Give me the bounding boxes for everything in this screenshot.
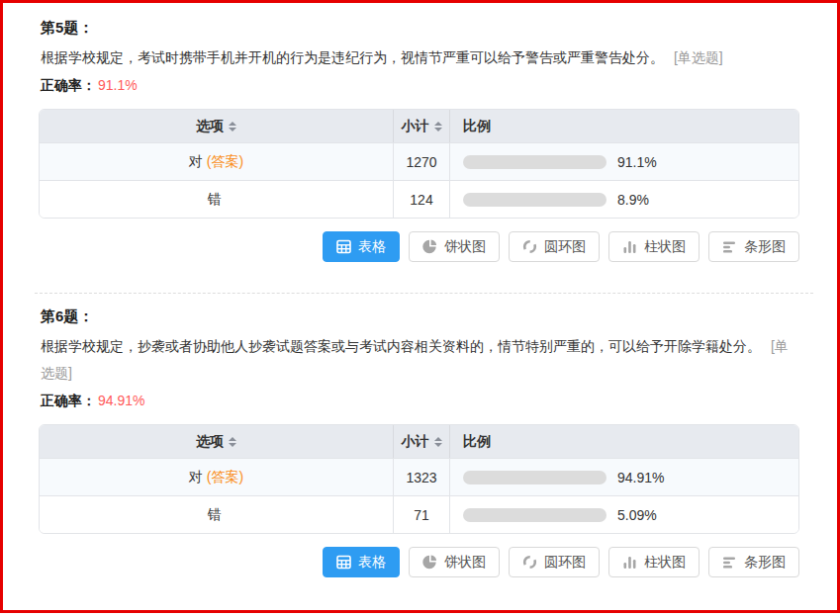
correct-rate-label: 正确率： <box>41 393 96 408</box>
sort-icon[interactable] <box>434 437 442 447</box>
column-header-count[interactable]: 小计 <box>393 110 449 142</box>
ring-chart-button[interactable]: 圆环图 <box>509 547 600 577</box>
column-header-ratio: 比例 <box>449 110 798 142</box>
content-area: 第5题： 根据学校规定，考试时携带手机并开机的行为是违纪行为，视情节严重可以给予… <box>3 3 837 577</box>
question-type-tag: [单选题] <box>674 49 723 65</box>
count-cell: 71 <box>393 496 449 533</box>
answer-tag: (答案) <box>207 153 243 171</box>
column-header-ratio: 比例 <box>449 425 798 458</box>
pie-chart-icon <box>422 555 437 570</box>
ratio-bar-track <box>463 508 607 522</box>
table-view-button[interactable]: 表格 <box>323 231 400 262</box>
chart-type-toolbar: 表格 饼状图 圆环图 柱状图 条形图 <box>39 547 799 577</box>
option-cell: 对 (答案) <box>40 143 393 180</box>
ratio-cell: 94.91% <box>449 459 798 495</box>
column-header-option[interactable]: 选项 <box>40 425 393 458</box>
bar-chart-icon <box>722 239 737 254</box>
ring-chart-button[interactable]: 圆环图 <box>509 231 600 262</box>
column-header-count[interactable]: 小计 <box>393 425 449 458</box>
column-header-option[interactable]: 选项 <box>40 110 393 142</box>
bar-chart-icon <box>722 555 737 570</box>
ratio-percent: 94.91% <box>617 470 664 485</box>
ratio-cell: 5.09% <box>449 496 798 533</box>
ratio-percent: 91.1% <box>617 154 657 170</box>
pie-chart-button[interactable]: 饼状图 <box>409 231 500 262</box>
question-text: 根据学校规定，抄袭或者协助他人抄袭试题答案或与考试内容相关资料的，情节特别严重的… <box>41 333 789 387</box>
question-text-body: 根据学校规定，抄袭或者协助他人抄袭试题答案或与考试内容相关资料的，情节特别严重的… <box>41 338 761 354</box>
results-table: 选项 小计 比例 对 (答案) 1323 <box>39 424 799 534</box>
count-cell: 1270 <box>393 143 449 180</box>
column-chart-button[interactable]: 柱状图 <box>608 231 700 262</box>
sort-icon[interactable] <box>229 437 236 447</box>
section-divider <box>35 293 813 294</box>
column-chart-icon <box>622 239 637 254</box>
pie-chart-icon <box>422 239 437 254</box>
chart-type-toolbar: 表格 饼状图 圆环图 柱状图 条形图 <box>39 231 799 262</box>
ratio-cell: 91.1% <box>449 143 798 180</box>
count-cell: 1323 <box>393 459 449 495</box>
table-header-row: 选项 小计 比例 <box>40 110 798 142</box>
ratio-bar-track <box>463 471 607 484</box>
question-number: 第6题： <box>41 308 799 326</box>
table-row: 错 71 5.09% <box>40 495 798 533</box>
option-cell: 对 (答案) <box>40 459 393 495</box>
question-section-5: 第5题： 根据学校规定，考试时携带手机并开机的行为是违纪行为，视情节严重可以给予… <box>41 19 799 262</box>
survey-results-panel: 第5题： 根据学校规定，考试时携带手机并开机的行为是违纪行为，视情节严重可以给予… <box>0 0 840 613</box>
results-table: 选项 小计 比例 对 (答案) 1270 <box>39 109 799 219</box>
table-view-button[interactable]: 表格 <box>323 547 400 577</box>
correct-rate-value: 91.1% <box>98 77 138 93</box>
ratio-percent: 5.09% <box>617 507 657 523</box>
column-chart-button[interactable]: 柱状图 <box>608 547 700 577</box>
table-row: 对 (答案) 1270 91.1% <box>40 142 798 180</box>
answer-tag: (答案) <box>207 469 243 486</box>
question-text: 根据学校规定，考试时携带手机并开机的行为是违纪行为，视情节严重可以给予警告或严重… <box>41 44 789 71</box>
ring-chart-icon <box>522 555 537 570</box>
correct-rate-label: 正确率： <box>41 77 96 93</box>
ratio-cell: 8.9% <box>449 181 798 218</box>
table-icon <box>336 239 351 254</box>
ratio-bar-track <box>463 155 607 169</box>
table-row: 对 (答案) 1323 94.91% <box>40 458 798 495</box>
sort-icon[interactable] <box>434 122 442 132</box>
correct-rate: 正确率：91.1% <box>41 77 799 95</box>
sort-icon[interactable] <box>229 122 236 132</box>
question-text-body: 根据学校规定，考试时携带手机并开机的行为是违纪行为，视情节严重可以给予警告或严重… <box>41 49 664 65</box>
pie-chart-button[interactable]: 饼状图 <box>409 547 500 577</box>
table-row: 错 124 8.9% <box>40 180 798 218</box>
question-section-6: 第6题： 根据学校规定，抄袭或者协助他人抄袭试题答案或与考试内容相关资料的，情节… <box>41 308 799 577</box>
correct-rate-value: 94.91% <box>98 393 144 408</box>
column-chart-icon <box>622 555 637 570</box>
ratio-bar-track <box>463 193 607 207</box>
table-icon <box>336 555 351 570</box>
ratio-percent: 8.9% <box>617 192 649 208</box>
bar-chart-button[interactable]: 条形图 <box>708 547 799 577</box>
option-cell: 错 <box>40 181 393 218</box>
correct-rate: 正确率：94.91% <box>41 393 799 410</box>
table-header-row: 选项 小计 比例 <box>40 425 798 458</box>
question-number: 第5题： <box>41 19 799 38</box>
bar-chart-button[interactable]: 条形图 <box>708 231 799 262</box>
count-cell: 124 <box>393 181 449 218</box>
ring-chart-icon <box>522 239 537 254</box>
option-cell: 错 <box>40 496 393 533</box>
